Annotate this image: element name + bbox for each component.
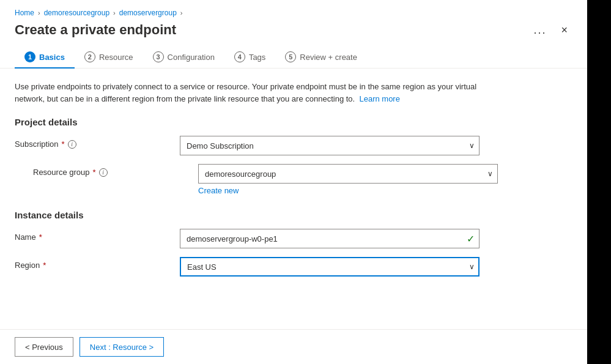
subscription-info-icon[interactable]: i <box>68 140 76 149</box>
tab-num-1: 1 <box>24 51 35 62</box>
header-actions: ... × <box>530 23 572 38</box>
region-select-wrapper: East US ∨ <box>180 257 480 277</box>
breadcrumb-sep-1: › <box>38 9 40 17</box>
resource-group-info-icon[interactable]: i <box>99 168 108 177</box>
tab-configuration[interactable]: 3 Configuration <box>143 46 224 69</box>
resource-group-select-wrapper: demoresourcegroup ∨ <box>198 164 498 184</box>
subscription-required: * <box>62 139 65 149</box>
resource-group-row: Resource group * i demoresourcegroup ∨ C… <box>15 164 572 195</box>
tab-label-configuration: Configuration <box>168 53 215 62</box>
resource-group-select[interactable]: demoresourcegroup <box>198 164 498 184</box>
name-label: Name <box>15 232 36 242</box>
resource-group-required: * <box>93 168 96 177</box>
name-input[interactable] <box>180 229 480 248</box>
name-input-wrapper: ✓ <box>180 229 480 248</box>
tab-num-5: 5 <box>285 51 296 62</box>
previous-button[interactable]: < Previous <box>15 337 73 357</box>
name-required: * <box>39 232 42 242</box>
resource-group-label: Resource group <box>33 168 90 177</box>
close-button[interactable]: × <box>556 23 572 38</box>
tab-num-3: 3 <box>153 51 164 62</box>
page-title: Create a private endpoint <box>15 22 176 38</box>
tab-label-tags: Tags <box>249 53 265 62</box>
breadcrumb-home[interactable]: Home <box>15 9 34 17</box>
tab-label-resource: Resource <box>99 53 133 62</box>
tab-label-basics: Basics <box>39 53 65 62</box>
region-input-col: East US ∨ <box>180 257 480 277</box>
breadcrumb-resourcegroup[interactable]: demoresourcegroup <box>44 9 109 17</box>
breadcrumb: Home › demoresourcegroup › demoservergro… <box>0 0 587 21</box>
name-label-col: Name * <box>15 229 174 242</box>
tab-resource[interactable]: 2 Resource <box>75 46 143 69</box>
subscription-label-col: Subscription * i <box>15 136 174 149</box>
learn-more-link[interactable]: Learn more <box>359 94 399 103</box>
instance-details-title: Instance details <box>15 210 572 220</box>
name-row: Name * ✓ <box>15 229 572 248</box>
tab-num-4: 4 <box>234 51 245 62</box>
breadcrumb-sep-2: › <box>113 9 116 17</box>
subscription-label: Subscription <box>15 139 59 149</box>
project-details-section: Project details Subscription * i Demo Su… <box>15 117 572 195</box>
subscription-row: Subscription * i Demo Subscription ∨ <box>15 136 572 155</box>
name-check-icon: ✓ <box>467 233 475 245</box>
region-select[interactable]: East US <box>180 257 480 277</box>
footer: < Previous Next : Resource > <box>0 329 587 364</box>
right-panel <box>587 0 611 364</box>
region-row: Region * East US ∨ <box>15 257 572 277</box>
resource-group-label-col: Resource group * i <box>33 164 192 177</box>
tab-review-create[interactable]: 5 Review + create <box>275 46 367 69</box>
next-button[interactable]: Next : Resource > <box>80 337 164 357</box>
subscription-select-wrapper: Demo Subscription ∨ <box>180 136 480 155</box>
project-details-title: Project details <box>15 117 572 127</box>
create-new-link[interactable]: Create new <box>198 186 239 195</box>
ellipsis-button[interactable]: ... <box>530 23 550 38</box>
resource-group-input-col: demoresourcegroup ∨ Create new <box>198 164 498 195</box>
region-label: Region <box>15 261 40 270</box>
subscription-input-col: Demo Subscription ∨ <box>180 136 480 155</box>
header-row: Create a private endpoint ... × <box>0 21 587 46</box>
tabs-bar: 1 Basics 2 Resource 3 Configuration 4 Ta… <box>0 46 587 69</box>
tab-basics[interactable]: 1 Basics <box>15 46 75 69</box>
main-panel: Home › demoresourcegroup › demoservergro… <box>0 0 587 364</box>
tab-label-review-create: Review + create <box>300 53 357 62</box>
region-label-col: Region * <box>15 257 174 270</box>
content-area: Use private endpoints to privately conne… <box>0 69 587 329</box>
region-required: * <box>43 261 46 270</box>
description-text: Use private endpoints to privately conne… <box>15 81 492 105</box>
breadcrumb-sep-3: › <box>180 9 183 17</box>
subscription-select[interactable]: Demo Subscription <box>180 136 480 155</box>
breadcrumb-servergroup[interactable]: demoservergroup <box>119 9 177 17</box>
tab-num-2: 2 <box>84 51 95 62</box>
instance-details-section: Instance details Name * ✓ Region <box>15 210 572 277</box>
tab-tags[interactable]: 4 Tags <box>224 46 275 69</box>
name-input-col: ✓ <box>180 229 480 248</box>
